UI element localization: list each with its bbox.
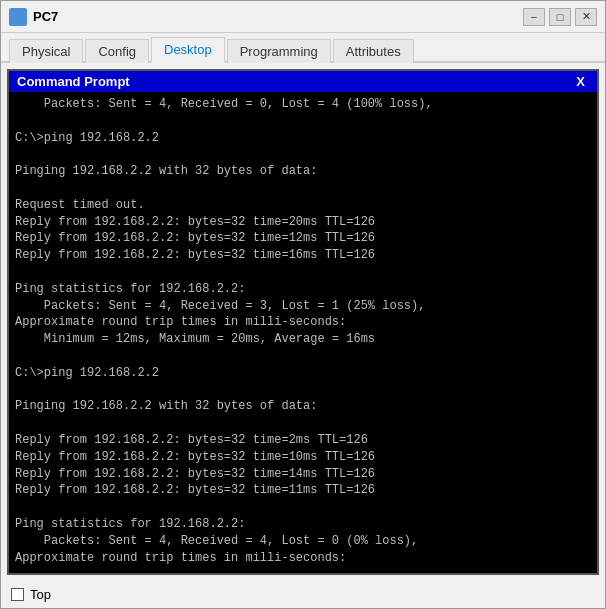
- cmd-line: Packets: Sent = 4, Received = 3, Lost = …: [15, 298, 591, 315]
- cmd-line: Packets: Sent = 4, Received = 4, Lost = …: [15, 533, 591, 550]
- cmd-body[interactable]: Packets: Sent = 4, Received = 0, Lost = …: [9, 92, 597, 573]
- main-window: PC7 − □ ✕ Physical Config Desktop Progra…: [0, 0, 606, 609]
- cmd-line: Reply from 192.168.2.2: bytes=32 time=2m…: [15, 432, 591, 449]
- app-icon: [9, 8, 27, 26]
- window-controls: − □ ✕: [523, 8, 597, 26]
- tab-bar: Physical Config Desktop Programming Attr…: [1, 33, 605, 63]
- top-label: Top: [30, 587, 51, 602]
- tab-attributes[interactable]: Attributes: [333, 39, 414, 63]
- cmd-line: [15, 180, 591, 197]
- cmd-line: [15, 348, 591, 365]
- cmd-line: C:\>ping 192.168.2.2: [15, 130, 591, 147]
- title-bar: PC7 − □ ✕: [1, 1, 605, 33]
- cmd-line: [15, 113, 591, 130]
- cmd-line: Pinging 192.168.2.2 with 32 bytes of dat…: [15, 398, 591, 415]
- cmd-title-bar: Command Prompt X: [9, 71, 597, 92]
- cmd-line: Reply from 192.168.2.2: bytes=32 time=20…: [15, 214, 591, 231]
- cmd-close-button[interactable]: X: [572, 74, 589, 89]
- top-checkbox[interactable]: [11, 588, 24, 601]
- close-button[interactable]: ✕: [575, 8, 597, 26]
- tab-programming[interactable]: Programming: [227, 39, 331, 63]
- content-area: Command Prompt X Packets: Sent = 4, Rece…: [1, 63, 605, 581]
- tab-config[interactable]: Config: [85, 39, 149, 63]
- cmd-line: [15, 146, 591, 163]
- command-prompt-window: Command Prompt X Packets: Sent = 4, Rece…: [7, 69, 599, 575]
- cmd-line: C:\>ping 192.168.2.2: [15, 365, 591, 382]
- cmd-line: Reply from 192.168.2.2: bytes=32 time=16…: [15, 247, 591, 264]
- cmd-line: [15, 415, 591, 432]
- cmd-line: Reply from 192.168.2.2: bytes=32 time=11…: [15, 482, 591, 499]
- window-title: PC7: [33, 9, 523, 24]
- cmd-title-text: Command Prompt: [17, 74, 130, 89]
- cmd-line: Packets: Sent = 4, Received = 0, Lost = …: [15, 96, 591, 113]
- minimize-button[interactable]: −: [523, 8, 545, 26]
- cmd-line: Reply from 192.168.2.2: bytes=32 time=10…: [15, 449, 591, 466]
- cmd-line: Ping statistics for 192.168.2.2:: [15, 281, 591, 298]
- cmd-line: Reply from 192.168.2.2: bytes=32 time=12…: [15, 230, 591, 247]
- cmd-line: Approximate round trip times in milli-se…: [15, 550, 591, 567]
- cmd-line: Request timed out.: [15, 197, 591, 214]
- cmd-line: Approximate round trip times in milli-se…: [15, 314, 591, 331]
- bottom-bar: Top: [1, 581, 605, 608]
- cmd-line: Minimum = 12ms, Maximum = 20ms, Average …: [15, 331, 591, 348]
- cmd-line: [15, 264, 591, 281]
- cmd-line: Ping statistics for 192.168.2.2:: [15, 516, 591, 533]
- tab-physical[interactable]: Physical: [9, 39, 83, 63]
- cmd-line: [15, 382, 591, 399]
- cmd-line: Reply from 192.168.2.2: bytes=32 time=14…: [15, 466, 591, 483]
- tab-desktop[interactable]: Desktop: [151, 37, 225, 63]
- maximize-button[interactable]: □: [549, 8, 571, 26]
- cmd-line: Pinging 192.168.2.2 with 32 bytes of dat…: [15, 163, 591, 180]
- cmd-line: [15, 499, 591, 516]
